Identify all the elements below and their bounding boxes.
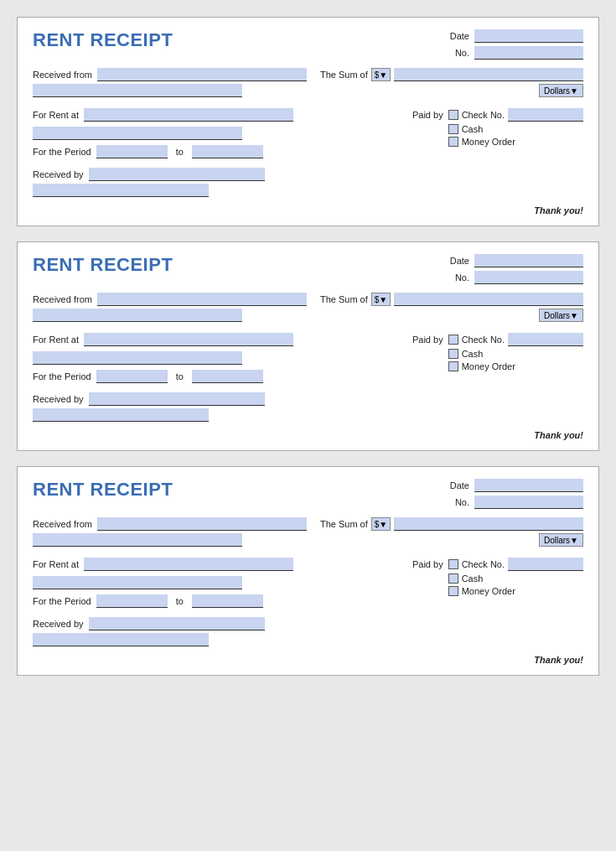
date-input-1[interactable]: [474, 29, 583, 43]
receipt-1: RENT RECEIPT Date No. Received from: [17, 17, 599, 226]
received-by-second-1[interactable]: [33, 184, 209, 197]
period-to-3[interactable]: [192, 594, 263, 608]
period-from-3[interactable]: [96, 594, 168, 608]
for-rent-at-label-2: For Rent at: [33, 335, 79, 345]
money-order-option-2: Money Order: [448, 361, 583, 371]
dollar-btn-1[interactable]: $▼: [371, 68, 391, 81]
money-order-label-1: Money Order: [462, 137, 515, 147]
sum-input-1[interactable]: [394, 68, 583, 81]
dollars-btn-3[interactable]: Dollars▼: [539, 533, 583, 547]
received-from-input-3[interactable]: [97, 517, 307, 531]
received-by-block-2: Received by: [33, 392, 583, 422]
receipts-container: RENT RECEIPT Date No. Received from: [17, 17, 599, 676]
money-order-label-2: Money Order: [462, 361, 515, 371]
received-by-input-3[interactable]: [89, 617, 265, 630]
check-option-2: Check No.: [448, 333, 583, 346]
received-from-input-1[interactable]: [97, 68, 307, 81]
date-row-1: Date: [446, 29, 583, 43]
dollar-btn-2[interactable]: $▼: [371, 293, 391, 306]
rent-block-1: For Rent at For the Period to: [33, 108, 397, 158]
money-order-label-3: Money Order: [462, 586, 515, 596]
rent-block-2: For Rent at For the Period to: [33, 333, 397, 383]
rent-at-second-2[interactable]: [33, 351, 242, 365]
sum-input-2[interactable]: [394, 293, 583, 306]
money-order-option-1: Money Order: [448, 137, 583, 147]
rent-at-input-2[interactable]: [84, 333, 293, 346]
received-by-second-2[interactable]: [33, 408, 209, 422]
rent-row-3: For Rent at: [33, 558, 397, 571]
rent-at-input-1[interactable]: [84, 108, 293, 122]
period-from-2[interactable]: [96, 370, 168, 383]
no-input-1[interactable]: [474, 46, 583, 60]
received-from-second-line-1[interactable]: [33, 84, 242, 97]
check-no-input-2[interactable]: [508, 333, 583, 346]
thank-you-3: Thank you!: [534, 655, 583, 665]
cash-option-3: Cash: [448, 573, 583, 584]
received-from-second-line-3[interactable]: [33, 533, 242, 547]
check-option-1: Check No.: [448, 108, 583, 122]
cash-checkbox-2[interactable]: [448, 349, 458, 359]
rent-at-input-3[interactable]: [84, 558, 293, 571]
period-row-2: For the Period to: [33, 370, 397, 383]
paid-block-1: Paid by Check No. Cash: [412, 108, 583, 147]
period-to-1[interactable]: [192, 145, 263, 158]
dollars-btn-1[interactable]: Dollars▼: [539, 84, 583, 97]
received-by-block-3: Received by: [33, 617, 583, 646]
check-checkbox-1[interactable]: [448, 110, 458, 120]
no-input-3[interactable]: [474, 496, 583, 509]
check-checkbox-3[interactable]: [448, 559, 458, 569]
money-order-checkbox-2[interactable]: [448, 361, 458, 371]
dollars-btn-2[interactable]: Dollars▼: [539, 309, 583, 322]
cash-checkbox-1[interactable]: [448, 124, 458, 134]
period-to-2[interactable]: [192, 370, 263, 383]
no-label-3: No.: [446, 497, 469, 507]
check-option-3: Check No.: [448, 558, 583, 571]
date-no-block-1: Date No.: [446, 29, 583, 60]
period-label-1: For the Period: [33, 147, 91, 157]
period-from-1[interactable]: [96, 145, 168, 158]
check-no-input-1[interactable]: [508, 108, 583, 122]
receipt-header-3: RENT RECEIPT Date No.: [33, 479, 583, 509]
no-label-1: No.: [446, 48, 469, 58]
cash-label-1: Cash: [462, 124, 484, 134]
for-rent-at-label-1: For Rent at: [33, 110, 79, 120]
receipt-title-1: RENT RECEIPT: [33, 29, 173, 51]
received-by-second-3[interactable]: [33, 633, 209, 646]
receipt-body-1: Received from The Sum of $▼ Dollars▼: [33, 68, 583, 215]
money-order-checkbox-3[interactable]: [448, 586, 458, 596]
cash-label-3: Cash: [462, 573, 484, 584]
received-from-input-2[interactable]: [97, 293, 307, 306]
cash-label-2: Cash: [462, 349, 484, 359]
rent-block-3: For Rent at For the Period to: [33, 558, 397, 608]
sum-input-3[interactable]: [394, 517, 583, 531]
rent-at-second-1[interactable]: [33, 127, 242, 140]
check-checkbox-2[interactable]: [448, 335, 458, 345]
thank-you-2: Thank you!: [534, 430, 583, 440]
check-no-label-1: Check No.: [462, 110, 505, 120]
money-order-checkbox-1[interactable]: [448, 137, 458, 147]
received-by-input-2[interactable]: [89, 392, 265, 406]
rent-row-1: For Rent at: [33, 108, 397, 122]
rent-paid-row-1: For Rent at For the Period to Paid by: [33, 108, 583, 158]
date-input-3[interactable]: [474, 479, 583, 492]
period-label-3: For the Period: [33, 596, 91, 606]
thank-you-row-3: Thank you!: [33, 655, 583, 665]
received-by-label-2: Received by: [33, 394, 84, 404]
paid-by-label-3: Paid by: [412, 559, 443, 569]
date-no-block-2: Date No.: [446, 254, 583, 284]
check-no-label-3: Check No.: [462, 559, 505, 569]
received-from-second-line-2[interactable]: [33, 309, 242, 322]
received-by-input-1[interactable]: [89, 168, 265, 181]
dollar-btn-3[interactable]: $▼: [371, 517, 391, 531]
date-row-3: Date: [446, 479, 583, 492]
no-input-2[interactable]: [474, 271, 583, 284]
received-from-label-1: Received from: [33, 70, 92, 80]
cash-checkbox-3[interactable]: [448, 573, 458, 584]
thank-you-1: Thank you!: [534, 205, 583, 215]
period-row-3: For the Period to: [33, 594, 397, 608]
date-input-2[interactable]: [474, 254, 583, 267]
receipt-title-2: RENT RECEIPT: [33, 254, 173, 276]
period-label-2: For the Period: [33, 371, 91, 381]
rent-at-second-3[interactable]: [33, 576, 242, 589]
check-no-input-3[interactable]: [508, 558, 583, 571]
